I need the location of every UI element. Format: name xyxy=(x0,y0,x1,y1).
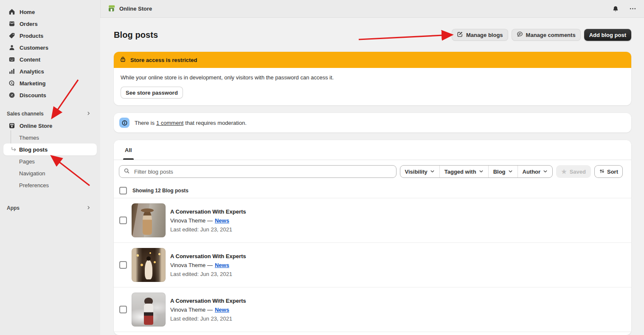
online-store-green-icon xyxy=(107,4,115,14)
sales-channels-section-header[interactable]: Sales channels xyxy=(5,108,95,120)
search-icon xyxy=(124,168,130,176)
select-all-checkbox[interactable] xyxy=(119,187,127,194)
sidebar-item-content[interactable]: Content xyxy=(5,53,95,65)
app-window: Home Orders Products Customers Content A… xyxy=(0,0,644,335)
banner-title: Store access is restricted xyxy=(130,57,197,63)
saved-button[interactable]: ★ Saved xyxy=(556,165,591,178)
orders-icon xyxy=(8,20,15,27)
button-label: Manage blogs xyxy=(466,32,503,38)
blog-link[interactable]: News xyxy=(215,262,229,268)
sidebar-item-label: Analytics xyxy=(20,68,44,75)
sidebar-item-label: Products xyxy=(20,33,43,39)
sidebar-item-navigation[interactable]: Navigation xyxy=(5,167,95,179)
sidebar-item-label: Pages xyxy=(19,158,35,165)
tab-all[interactable]: All xyxy=(119,140,138,160)
chevron-down-icon xyxy=(479,169,484,175)
filter-label: Author xyxy=(523,169,541,175)
post-details: A Conversation With Experts Vinova Theme… xyxy=(170,208,246,233)
post-byline: Vinova Theme — News xyxy=(170,217,246,224)
theme-name: Vinova Theme — xyxy=(170,262,213,268)
sidebar-item-label: Content xyxy=(20,56,40,63)
sidebar-item-blog-posts[interactable]: Blog posts xyxy=(3,144,97,155)
manage-blogs-button[interactable]: Manage blogs xyxy=(452,29,508,41)
post-details: A Conversation With Experts Vinova Theme… xyxy=(170,253,246,277)
blog-post-row[interactable]: A Conversation With Experts Vinova Theme… xyxy=(114,243,631,287)
sidebar: Home Orders Products Customers Content A… xyxy=(0,0,100,335)
customers-icon xyxy=(8,44,15,51)
blog-post-row[interactable]: A Conversation With Experts Vinova Theme… xyxy=(114,287,631,332)
ellipsis-icon[interactable] xyxy=(627,3,638,14)
post-thumbnail xyxy=(132,293,166,327)
lock-icon xyxy=(120,56,126,64)
sidebar-item-orders[interactable]: Orders xyxy=(5,18,95,30)
manage-comments-button[interactable]: Manage comments xyxy=(512,29,581,41)
theme-name: Vinova Theme — xyxy=(170,217,213,224)
sidebar-item-home[interactable]: Home xyxy=(5,6,95,18)
visibility-filter[interactable]: Visibility xyxy=(400,166,439,177)
apps-section-header[interactable]: Apps xyxy=(5,202,95,214)
analytics-icon xyxy=(8,68,15,75)
post-last-edited: Last edited: Jun 23, 2021 xyxy=(170,271,246,277)
sort-arrows-icon xyxy=(599,168,605,175)
post-last-edited: Last edited: Jun 23, 2021 xyxy=(170,315,246,322)
blog-filter[interactable]: Blog xyxy=(488,166,517,177)
post-title: A Conversation With Experts xyxy=(170,253,246,259)
sidebar-item-themes[interactable]: Themes xyxy=(5,132,95,144)
sidebar-item-pages[interactable]: Pages xyxy=(5,155,95,167)
page-content: Blog posts Manage blogs Manage comments … xyxy=(100,18,644,335)
bell-icon[interactable] xyxy=(610,3,621,14)
blog-post-row[interactable]: A Conversation With Experts Vinova Theme… xyxy=(114,198,631,243)
moderation-text: There is 1 comment that requires moderat… xyxy=(135,120,247,126)
sidebar-item-analytics[interactable]: Analytics xyxy=(5,65,95,77)
sidebar-item-label: Themes xyxy=(19,135,39,141)
topbar-title: Online Store xyxy=(119,6,152,12)
sidebar-item-preferences[interactable]: Preferences xyxy=(5,179,95,191)
storefront-icon xyxy=(8,122,15,129)
online-store-subnav: Themes Blog posts Pages Navigation Prefe… xyxy=(5,132,95,191)
topbar-context: Online Store xyxy=(107,4,152,14)
button-label: Add blog post xyxy=(589,32,626,38)
moderation-banner: There is 1 comment that requires moderat… xyxy=(114,113,631,132)
see-store-password-button[interactable]: See store password xyxy=(121,87,183,99)
list-header-row: Showing 12 Blog posts xyxy=(114,183,631,198)
blog-link[interactable]: News xyxy=(215,217,229,224)
add-blog-post-button[interactable]: Add blog post xyxy=(584,29,631,41)
section-label: Apps xyxy=(7,205,20,211)
row-checkbox[interactable] xyxy=(119,306,127,313)
filter-row: Visibility Tagged with Blog Author xyxy=(114,160,631,183)
sidebar-item-marketing[interactable]: Marketing xyxy=(5,77,95,89)
sidebar-item-products[interactable]: Products xyxy=(5,30,95,42)
comment-moderation-link[interactable]: 1 comment xyxy=(156,120,183,126)
sidebar-item-label: Preferences xyxy=(19,182,49,189)
blog-link[interactable]: News xyxy=(215,307,229,313)
sidebar-item-discounts[interactable]: Discounts xyxy=(5,89,95,101)
banner-header: Store access is restricted xyxy=(114,52,631,68)
filter-label: Visibility xyxy=(405,169,427,175)
sort-button[interactable]: Sort xyxy=(594,165,623,178)
products-icon xyxy=(8,32,15,39)
page-title: Blog posts xyxy=(114,30,158,40)
post-thumbnail xyxy=(132,248,166,282)
author-filter[interactable]: Author xyxy=(517,166,553,177)
post-details: A Conversation With Experts Vinova Theme… xyxy=(170,298,246,322)
row-checkbox[interactable] xyxy=(119,217,127,224)
sidebar-item-label: Home xyxy=(20,9,35,15)
filter-input-wrapper xyxy=(119,165,397,178)
row-checkbox[interactable] xyxy=(119,261,127,269)
tabs-row: All xyxy=(114,140,631,160)
tagged-with-filter[interactable]: Tagged with xyxy=(439,166,488,177)
sidebar-item-label: Orders xyxy=(20,21,38,27)
button-label: Sort xyxy=(607,169,618,175)
section-label: Sales channels xyxy=(7,111,44,117)
filter-blog-posts-input[interactable] xyxy=(133,168,392,175)
content-icon xyxy=(8,56,15,63)
main-column: Online Store Blog posts Manage blogs Man… xyxy=(100,0,644,335)
sidebar-item-online-store[interactable]: Online Store xyxy=(5,120,95,132)
store-access-banner: Store access is restricted While your on… xyxy=(114,52,631,105)
post-byline: Vinova Theme — News xyxy=(170,307,246,313)
chevron-down-icon xyxy=(543,169,548,175)
star-icon: ★ xyxy=(561,169,567,175)
sidebar-item-customers[interactable]: Customers xyxy=(5,42,95,53)
filter-group: Visibility Tagged with Blog Author xyxy=(400,165,553,178)
return-arrow-icon xyxy=(10,146,17,154)
